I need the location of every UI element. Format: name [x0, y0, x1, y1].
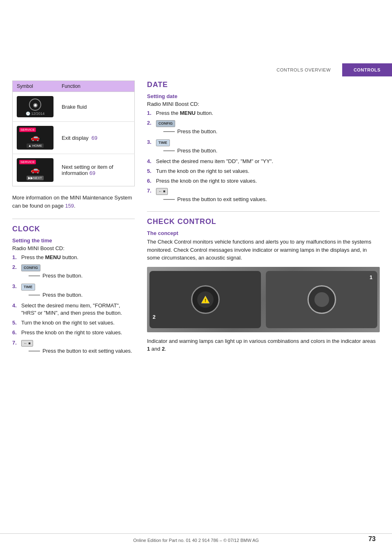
- symbol-cell-service-next: SERVICE 🚗 ▶▶NEXT: [13, 154, 58, 186]
- date-press-line-3: Press the button.: [163, 147, 380, 154]
- dash-line-3: [29, 295, 40, 295]
- date-sub-title: Setting date: [147, 93, 380, 99]
- date-section: DATE Setting date Radio MINI Boost CD: 1…: [147, 81, 380, 204]
- service-badge: SERVICE: [19, 128, 36, 132]
- date-dash-line-2: [163, 131, 175, 132]
- config-badge: CONFIG: [21, 264, 40, 271]
- brake-date: 🕐 12/2014: [19, 112, 51, 116]
- next-badge: ▶▶NEXT: [27, 176, 43, 180]
- tab-controls[interactable]: CONTROLS: [342, 63, 392, 76]
- date-step-5: 5. Turn the knob on the right to set val…: [147, 168, 380, 175]
- warning-triangle-icon: !: [200, 295, 210, 304]
- dash-line-7: [29, 351, 40, 351]
- footer-text: Online Edition for Part no. 01 40 2 914 …: [133, 538, 259, 543]
- time-badge: TIME: [21, 284, 35, 291]
- service-home-symbol-box: SERVICE 🚗 ▲ HOME: [17, 126, 53, 150]
- col-function: Function: [58, 81, 135, 92]
- date-step-2: 2. CONFIG Press the button.: [147, 119, 380, 136]
- date-step-content-7: ← ■ Press the button to exit setting val…: [156, 187, 380, 204]
- service-next-symbol-box: SERVICE 🚗 ▶▶NEXT: [17, 158, 53, 182]
- clock-steps: 1. Press the MENU button. 2. CONFIG Pres…: [12, 254, 135, 356]
- svg-text:!: !: [205, 298, 206, 303]
- check-control-sub-title: The concept: [147, 230, 380, 236]
- date-step-content-1: Press the MENU button.: [156, 110, 380, 117]
- date-intro: Radio MINI Boost CD:: [147, 101, 380, 107]
- right-section-divider: [147, 211, 380, 212]
- left-column: Symbol Function ◉ 🕐 12/2014: [12, 81, 135, 360]
- clock-step-2: 2. CONFIG Press the button.: [12, 264, 135, 280]
- date-step-6: 6. Press the knob on the right to store …: [147, 177, 380, 185]
- date-step-3: 3. TIME Press the button.: [147, 139, 380, 155]
- clock-title: CLOCK: [12, 225, 135, 233]
- dash-panel-right: 1: [266, 271, 378, 328]
- clock-section: CLOCK Setting the time Radio MINI Boost …: [12, 225, 135, 356]
- date-step-num-1: 1.: [147, 110, 154, 117]
- date-step-num-4: 4.: [147, 158, 154, 165]
- date-step-1: 1. Press the MENU button.: [147, 110, 380, 117]
- date-step-content-5: Turn the knob on the right to set values…: [156, 168, 380, 175]
- table-row: SERVICE 🚗 ▶▶NEXT Next setting or item of…: [13, 154, 135, 186]
- function-cell-exit: Exit display 69: [58, 122, 135, 154]
- step-num-6: 6.: [12, 329, 20, 336]
- exit-link[interactable]: 69: [91, 135, 97, 141]
- dash-line: [29, 275, 40, 276]
- exit-badge: ← ■: [21, 340, 33, 347]
- right-column: DATE Setting date Radio MINI Boost CD: 1…: [147, 81, 380, 360]
- check-control-title: CHECK CONTROL: [147, 217, 380, 226]
- date-step-num-2: 2.: [147, 119, 154, 127]
- date-exit-badge: ← ■: [156, 188, 168, 195]
- date-step-content-6: Press the knob on the right to store val…: [156, 177, 380, 185]
- function-cell-brake: Brake fluid: [58, 92, 135, 122]
- check-control-section: CHECK CONTROL The concept The Check Cont…: [147, 217, 380, 353]
- date-step-num-3: 3.: [147, 139, 154, 146]
- date-dash-line-7: [163, 199, 175, 200]
- footer: Online Edition for Part no. 01 40 2 914 …: [0, 533, 392, 543]
- maintenance-link[interactable]: 159: [65, 203, 74, 209]
- date-press-line-2: Press the button.: [163, 128, 380, 135]
- step-content-2: CONFIG Press the button.: [21, 264, 135, 280]
- dashboard-illustration: ! 2 1: [147, 267, 380, 332]
- section-divider: [12, 219, 135, 219]
- tab-controls-overview[interactable]: CONTROLS OVERVIEW: [265, 63, 342, 76]
- clock-sub-title: Setting the time: [12, 237, 135, 244]
- clock-step-1: 1. Press the MENU button.: [12, 254, 135, 261]
- clock-step-5: 5. Turn the knob on the right to set val…: [12, 319, 135, 327]
- header-nav: CONTROLS OVERVIEW CONTROLS: [0, 63, 392, 76]
- step-content-3: TIME Press the button.: [21, 283, 135, 300]
- date-step-4: 4. Select the desired menu item "DD", "M…: [147, 158, 380, 165]
- date-step-num-7: 7.: [147, 187, 154, 195]
- date-step-7: 7. ← ■ Press the button to exit setting …: [147, 187, 380, 204]
- symbol-cell-service-home: SERVICE 🚗 ▲ HOME: [13, 122, 58, 154]
- step-content-4: Select the desired menu item, "FORMAT", …: [21, 302, 135, 317]
- next-link[interactable]: 69: [89, 170, 95, 176]
- page-number: 73: [368, 535, 376, 543]
- clock-step-4: 4. Select the desired menu item, "FORMAT…: [12, 302, 135, 317]
- step-content-6: Press the knob on the right to store val…: [21, 329, 135, 336]
- press-line-3: Press the button.: [29, 291, 135, 299]
- col-symbol: Symbol: [13, 81, 58, 92]
- symbol-table: Symbol Function ◉ 🕐 12/2014: [12, 81, 135, 186]
- label-2: 2: [153, 314, 156, 320]
- check-control-body: The Check Control monitors vehicle funct…: [147, 238, 380, 262]
- date-dash-line-3: [163, 150, 175, 151]
- press-line-7: Press the button to exit setting values.: [29, 347, 135, 355]
- symbol-cell-brake: ◉ 🕐 12/2014: [13, 92, 58, 122]
- check-control-caption: Indicator and warning lamps can light up…: [147, 337, 380, 353]
- check-control-image: ! 2 1: [147, 267, 380, 332]
- brake-icon: ◉: [29, 98, 41, 111]
- step-num-3: 3.: [12, 283, 20, 290]
- step-content-5: Turn the knob on the right to set values…: [21, 319, 135, 327]
- date-time-badge: TIME: [156, 139, 170, 146]
- date-step-content-2: CONFIG Press the button.: [156, 119, 380, 136]
- clock-step-6: 6. Press the knob on the right to store …: [12, 329, 135, 336]
- step-num-7: 7.: [12, 339, 20, 347]
- clock-intro: Radio MINI Boost CD:: [12, 245, 135, 251]
- maintenance-text: More information on the MINI Maintenance…: [12, 194, 135, 210]
- step-content-7: ← ■ Press the button to exit setting val…: [21, 339, 135, 356]
- function-cell-next: Next setting or item of information 69: [58, 154, 135, 186]
- date-title: DATE: [147, 81, 380, 89]
- table-row: SERVICE 🚗 ▲ HOME Exit display 69: [13, 122, 135, 154]
- dash-panel-left: ! 2: [149, 271, 261, 328]
- service-badge-2: SERVICE: [19, 160, 36, 164]
- table-row: ◉ 🕐 12/2014 Brake fluid: [13, 92, 135, 122]
